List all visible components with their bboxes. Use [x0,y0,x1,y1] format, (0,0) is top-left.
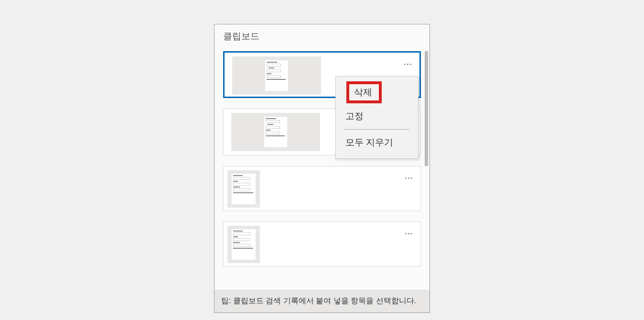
context-menu: 삭제 고정 모두 지우기 [335,76,419,159]
scrollbar[interactable] [425,51,428,166]
menu-item-clear-all[interactable]: 모두 지우기 [342,132,412,154]
tip-footer: 팁: 클립보드 검색 기록에서 붙여 넣을 항목을 선택합니다. [215,290,429,312]
menu-divider [344,129,409,130]
more-icon [404,64,411,65]
item-thumbnail [227,170,260,208]
item-thumbnail [227,226,260,263]
more-icon [405,233,412,234]
menu-item-delete[interactable]: 삭제 [342,79,412,105]
item-more-button[interactable] [401,173,416,183]
item-more-button[interactable] [400,59,415,69]
clipboard-panel: 클립보드 [214,24,430,313]
item-thumbnail [231,113,320,151]
more-icon [405,177,412,179]
menu-item-pin[interactable]: 고정 [342,105,412,127]
panel-title: 클립보드 [215,24,429,46]
clipboard-item[interactable] [223,221,421,266]
menu-item-delete-label: 삭제 [346,81,382,103]
clipboard-item[interactable] [223,166,421,211]
item-thumbnail [232,56,321,95]
item-more-button[interactable] [401,229,416,238]
